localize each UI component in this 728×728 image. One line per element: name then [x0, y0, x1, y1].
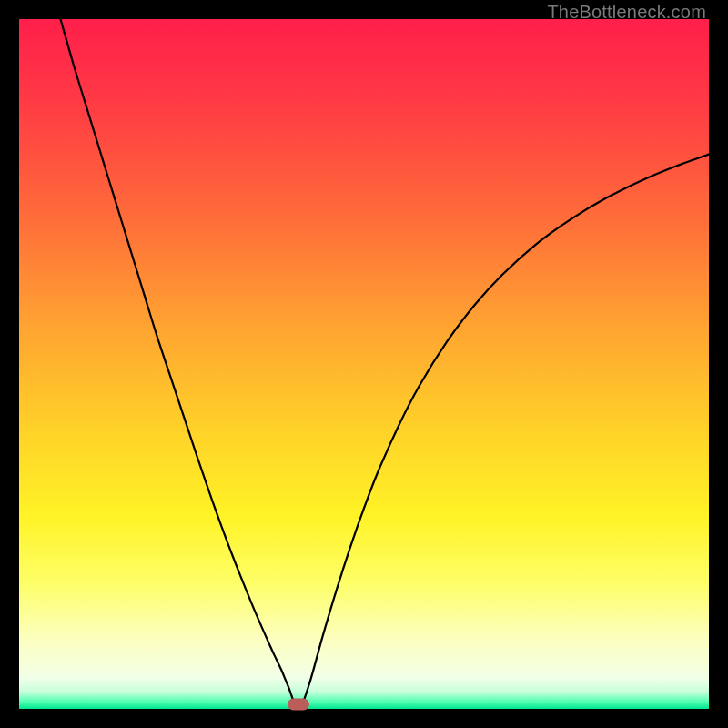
watermark-text: TheBottleneck.com — [547, 2, 706, 23]
gradient-background — [19, 19, 709, 709]
bottleneck-chart — [19, 19, 709, 709]
plot-frame — [19, 19, 709, 709]
minimum-marker — [288, 699, 309, 711]
